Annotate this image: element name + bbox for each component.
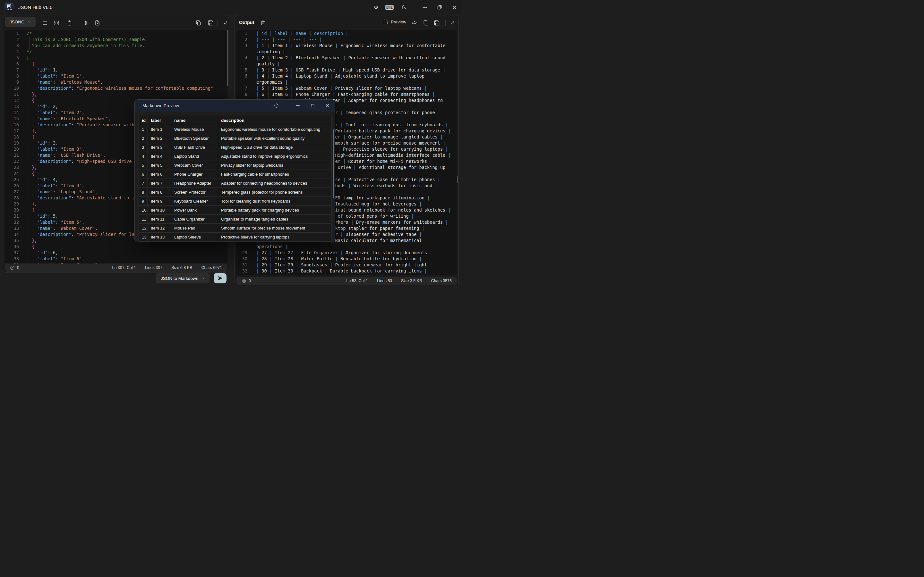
table-row: 5Item 5Webcam CoverPrivacy slider for la… (139, 161, 331, 170)
output-toolbar: Output Preview (235, 15, 459, 30)
expand-icon[interactable] (222, 19, 229, 26)
table-cell: USB Flash Drive (171, 143, 218, 152)
output-line: 5| 3 | Item 3 | USB Flash Drive | High-s… (236, 67, 457, 73)
char-count: Chars 6971 (201, 266, 222, 270)
editor-scrollbar[interactable] (227, 30, 228, 86)
table-row: 7Item 7Headphone AdapterAdapter for conn… (139, 179, 331, 188)
editor-line: 9 "name": "Wireless Mouse", (5, 79, 227, 85)
editor-line: 2 This is a JSONC (JSON with Comments) s… (5, 37, 227, 43)
output-line: 30| 28 | Item 28 | Water Bottle | Reusab… (236, 256, 457, 262)
table-cell: 7 (139, 179, 148, 188)
table-row: 11Item 11Cable OrganizerOrganizer to man… (139, 215, 331, 224)
close-icon[interactable] (325, 102, 331, 109)
minify-icon[interactable] (53, 19, 60, 26)
table-cell: Item 6 (148, 170, 171, 179)
table-row: 9Item 9Keyboard CleanerTool for cleaning… (139, 197, 331, 206)
conversion-mode-value: JSON to Markdown (161, 276, 198, 281)
output-line: 33| 31 | Item 31 | Umbrella | Compact um… (236, 274, 457, 276)
table-cell: Privacy slider for laptop webcams (218, 161, 331, 170)
char-count: Chars 3576 (431, 279, 452, 283)
output-line: ergonomics | (236, 79, 457, 85)
cursor-position: Ln 307, Col 1 (112, 266, 136, 270)
save-icon[interactable] (433, 19, 440, 26)
table-cell: Tool for cleaning dust from keyboards (218, 197, 331, 206)
window-titlebar: JSON JSON Hub V6.0 ⚙ ⌨ (0, 0, 462, 15)
output-line: computing | (236, 49, 457, 55)
editor-line: 6 { (5, 61, 227, 67)
editor-line: 5[ (5, 55, 227, 61)
output-statusbar: 0 Ln 53, Col 1 Lines 53 Size 3.5 KB Char… (236, 277, 457, 285)
table-cell: 2 (139, 134, 148, 143)
table-row: 10Item 10Power BankPortable battery pack… (139, 206, 331, 215)
table-cell: 12 (139, 224, 148, 233)
minimize-icon[interactable] (294, 102, 301, 109)
editor-line: 37 "id": 6, (5, 250, 227, 256)
table-cell: Protective sleeve for carrying laptops (218, 233, 331, 242)
output-scrollbar[interactable] (457, 176, 458, 183)
trash-icon[interactable] (259, 19, 266, 26)
table-cell: 8 (139, 188, 148, 197)
table-cell: Item 9 (148, 197, 171, 206)
table-cell: Phone Charger (171, 170, 218, 179)
table-cell: Smooth surface for precise mouse movemen… (218, 224, 331, 233)
settings-gear-icon[interactable]: ⚙ (373, 4, 380, 11)
table-cell: Item 8 (148, 188, 171, 197)
editor-line: 10 "description": "Ergonomic wireless mo… (5, 85, 227, 91)
preview-table: idlabelnamedescription 1Item 1Wireless M… (139, 116, 331, 242)
table-cell: Cable Organizer (171, 215, 218, 224)
paste-icon[interactable] (66, 19, 73, 26)
convert-run-button[interactable] (214, 273, 226, 284)
output-line: operations | (236, 243, 457, 250)
modal-body: idlabelnamedescription 1Item 1Wireless M… (135, 111, 335, 242)
editor-line: 7 "id": 1, (5, 67, 227, 73)
chevron-down-icon (202, 276, 206, 280)
table-cell: Item 1 (148, 125, 171, 134)
save-icon[interactable] (207, 19, 214, 26)
copy-icon[interactable] (422, 19, 429, 26)
output-line: 8| 6 | Item 6 | Phone Charger | Fast-cha… (236, 91, 457, 97)
table-cell: Wireless Mouse (171, 125, 218, 134)
minimize-icon[interactable] (421, 4, 428, 11)
preview-table-scrollbar[interactable] (333, 129, 334, 198)
output-line: 31| 29 | Item 29 | Sunglasses | Protecti… (236, 262, 457, 268)
format-icon[interactable] (41, 19, 48, 26)
table-cell: 4 (139, 152, 148, 161)
table-row: 6Item 6Phone ChargerFast-charging cable … (139, 170, 331, 179)
table-cell: Headphone Adapter (171, 179, 218, 188)
table-row: 3Item 3USB Flash DriveHigh-speed USB dri… (139, 143, 331, 152)
columns-icon[interactable] (82, 19, 89, 26)
language-selector[interactable]: JSONC (5, 17, 36, 27)
line-count: Lines 53 (377, 279, 392, 283)
table-header-cell: name (171, 116, 218, 125)
editor-line: 8 "label": "Item 1", (5, 73, 227, 79)
table-cell: 9 (139, 197, 148, 206)
table-row: 2Item 2Bluetooth SpeakerPortable speaker… (139, 134, 331, 143)
table-cell: Ergonomic wireless mouse for comfortable… (218, 125, 331, 134)
table-cell: Item 11 (148, 215, 171, 224)
cursor-position: Ln 53, Col 1 (346, 279, 368, 283)
output-line: 3| 1 | Item 1 | Wireless Mouse | Ergonom… (236, 43, 457, 49)
file-export-icon[interactable] (94, 19, 101, 26)
table-cell: Keyboard Cleaner (171, 197, 218, 206)
modal-title: Markdown Preview (142, 100, 179, 111)
table-cell: Tempered glass protector for phone scree… (218, 188, 331, 197)
close-icon[interactable] (451, 4, 458, 11)
table-cell: High-speed USB drive for data storage (218, 143, 331, 152)
preview-button[interactable]: Preview (383, 19, 406, 25)
theme-moon-icon[interactable] (400, 4, 407, 11)
send-icon (217, 275, 223, 282)
line-count: Lines 307 (145, 266, 162, 270)
expand-icon[interactable] (449, 19, 456, 26)
maximize-icon[interactable] (309, 102, 316, 109)
modal-titlebar[interactable]: Markdown Preview (135, 100, 335, 111)
refresh-icon[interactable] (273, 102, 279, 109)
table-cell: Bluetooth Speaker (171, 134, 218, 143)
conversion-mode-select[interactable]: JSON to Markdown (156, 273, 210, 284)
editor-line: 4*/ (5, 49, 227, 55)
table-cell: Item 12 (148, 224, 171, 233)
share-icon[interactable] (411, 19, 418, 26)
maximize-restore-icon[interactable] (436, 4, 443, 11)
copy-icon[interactable] (195, 19, 202, 26)
keyboard-icon[interactable]: ⌨ (386, 4, 393, 11)
table-cell: Item 5 (148, 161, 171, 170)
